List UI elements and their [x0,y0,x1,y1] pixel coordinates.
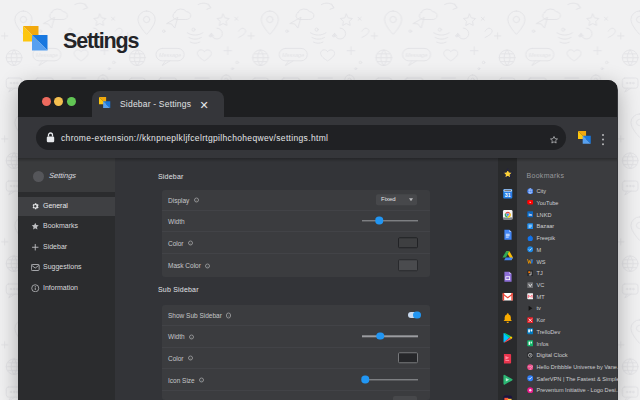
svg-text:31: 31 [504,192,510,198]
